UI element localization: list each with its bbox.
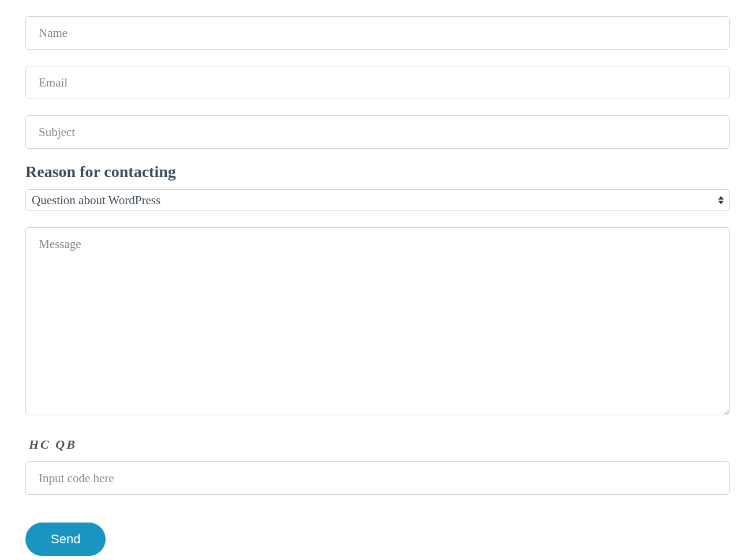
captcha-image: HC QB — [29, 437, 77, 452]
name-input[interactable] — [25, 16, 730, 50]
contact-form: Reason for contacting Question about Wor… — [25, 16, 730, 556]
reason-select[interactable]: Question about WordPress — [25, 189, 730, 211]
message-textarea[interactable] — [25, 227, 730, 415]
send-button[interactable]: Send — [25, 523, 106, 556]
reason-select-wrapper: Question about WordPress — [25, 189, 730, 211]
captcha-input[interactable] — [25, 461, 730, 495]
reason-label: Reason for contacting — [25, 163, 730, 181]
email-input[interactable] — [25, 66, 730, 99]
subject-input[interactable] — [25, 115, 730, 149]
